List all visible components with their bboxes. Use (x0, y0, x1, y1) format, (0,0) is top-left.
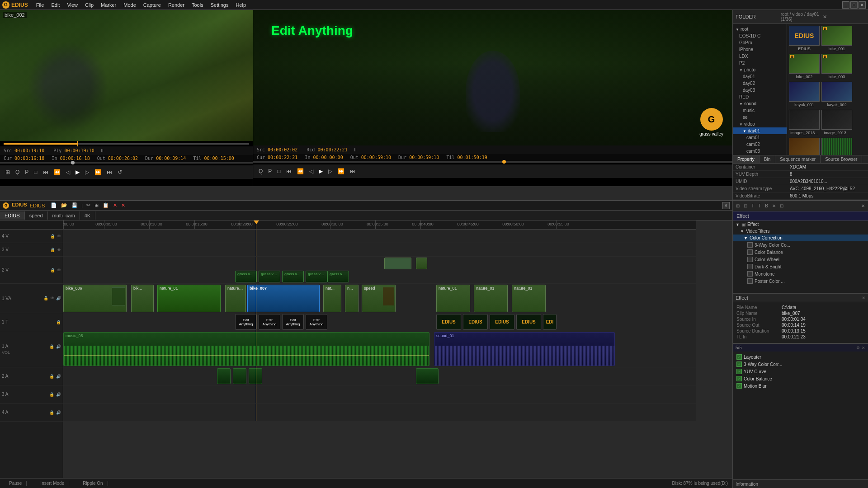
applied-colorbalance[interactable]: ✓ Color Balance (735, 375, 866, 382)
clip-speed[interactable]: speed (362, 285, 396, 312)
maximize-button[interactable]: □ (850, 1, 858, 9)
clip-2v-gv5[interactable]: grass valley (327, 271, 349, 282)
prg-ctrl-play[interactable]: ▶ (317, 167, 325, 175)
clip-nature-small[interactable]: nature_... (225, 285, 246, 312)
src-ctrl-box[interactable]: □ (32, 168, 39, 176)
menu-view[interactable]: View (63, 1, 81, 9)
track-4v-vis[interactable]: 👁 (57, 234, 61, 239)
tab-edius[interactable]: EDIUS (0, 211, 25, 220)
prg-ctrl-q[interactable]: Q (257, 167, 264, 175)
tab-sequence-marker[interactable]: Sequence marker (775, 155, 821, 163)
menu-capture[interactable]: Capture (140, 1, 165, 9)
src-ctrl-play[interactable]: ▶ (74, 168, 81, 176)
eff-folder-videofilters[interactable]: ▼ VideoFilters (733, 228, 868, 235)
tree-video[interactable]: ▼video (733, 121, 787, 127)
prg-ctrl-prev[interactable]: ⏪ (295, 167, 306, 175)
thumb-kayak002[interactable]: kayak_002 (821, 82, 852, 108)
eff-btn-2[interactable]: ⊟ (742, 203, 749, 209)
track-4v-lock[interactable]: 🔒 (50, 234, 56, 239)
menu-render[interactable]: Render (165, 1, 188, 9)
track-3v-lock[interactable]: 🔒 (50, 247, 56, 253)
tab-4k[interactable]: 4K (80, 211, 95, 220)
timeline-close-btn[interactable]: ✕ (722, 202, 730, 209)
clip-2v-gv3[interactable]: grass valley (282, 271, 304, 282)
tree-cam02[interactable]: cam02 (733, 141, 787, 148)
eff-item-color-wheel[interactable]: Color Wheel (733, 256, 868, 263)
clip-edius-text-3[interactable]: EDIUS (490, 314, 514, 330)
tree-root[interactable]: ▼root (733, 26, 787, 33)
track-2a-lock[interactable]: 🔒 (49, 374, 55, 379)
clip-2v-cam2[interactable] (416, 258, 427, 269)
src-ctrl-1[interactable]: ⊞ (4, 168, 12, 176)
track-1va-lock[interactable]: 🔒 (43, 296, 49, 301)
eff-item-poster-color[interactable]: Poster Color ... (733, 277, 868, 285)
tree-eos1dc[interactable]: EOS-1D C (733, 33, 787, 39)
thumb-bike001[interactable]: B bike_001 (821, 26, 852, 52)
eff-btn-6[interactable]: ✕ (771, 203, 777, 209)
tree-video-day02[interactable]: day02 (733, 155, 787, 155)
eff-btn-5[interactable]: B (764, 203, 769, 209)
clip-nature01-1[interactable]: nature_01 (157, 285, 221, 312)
tree-p2[interactable]: P2 (733, 60, 787, 66)
tl-new-btn[interactable]: 📄 (49, 202, 58, 209)
clip-nat[interactable]: nat... (323, 285, 341, 312)
track-2a-aud[interactable]: 🔊 (56, 374, 61, 379)
prg-ctrl-rev[interactable]: ◁ (307, 167, 315, 175)
clip-bike007[interactable]: bike_007 (247, 285, 320, 312)
menu-file[interactable]: File (33, 1, 48, 9)
tree-cam01[interactable]: cam01 (733, 134, 787, 141)
tl-del-btn[interactable]: ✕ (112, 202, 118, 209)
thumb-kayak001[interactable]: kayak_001 (789, 82, 820, 108)
applied-effects-close-btn[interactable]: ✕ (862, 346, 865, 350)
tree-se[interactable]: se (733, 114, 787, 121)
tl-copy-btn[interactable]: ⊞ (93, 202, 100, 209)
clip-sound01[interactable]: sound_01 (434, 332, 615, 366)
thumb-bike002[interactable]: B bike_002 (789, 54, 820, 80)
src-ctrl-p[interactable]: P (23, 168, 30, 176)
tree-cam03[interactable]: cam03 (733, 148, 787, 155)
thumb-bike003[interactable]: B bike_003 (821, 54, 852, 80)
track-3a-aud[interactable]: 🔊 (56, 392, 61, 397)
eff-item-dark-bright[interactable]: Dark & Bright (733, 263, 868, 270)
track-3a-lock[interactable]: 🔒 (49, 392, 55, 397)
tree-red[interactable]: RED (733, 94, 787, 100)
src-ctrl-next-next[interactable]: ⏭ (105, 168, 114, 176)
src-ctrl-prev[interactable]: ⏪ (52, 168, 62, 176)
thumb-speed[interactable]: speed (789, 138, 820, 155)
tree-photo-day01[interactable]: day01 (733, 73, 787, 80)
thumb-images2013a[interactable]: images_2013... (789, 110, 820, 136)
clip-2v-gv4[interactable]: grass valley (306, 271, 327, 282)
prg-ctrl-prev-prev[interactable]: ⏮ (284, 167, 293, 175)
information-tab[interactable]: Information (733, 479, 868, 488)
tree-photo[interactable]: ▼photo (733, 66, 787, 73)
menu-tools[interactable]: Tools (188, 1, 207, 9)
tree-ldx[interactable]: LDX (733, 53, 787, 60)
tree-sound[interactable]: ▼sound (733, 100, 787, 107)
tree-music[interactable]: music (733, 107, 787, 114)
track-2v-lock[interactable]: 🔒 (50, 267, 56, 273)
eff-btn-4[interactable]: T (757, 203, 762, 209)
clip-edius-text-4[interactable]: EDIUS (516, 314, 541, 330)
src-ctrl-prev-prev[interactable]: ⏮ (41, 168, 50, 176)
menu-marker[interactable]: Marker (97, 1, 120, 9)
track-1a-lock[interactable]: 🔒 (49, 344, 55, 349)
clip-2a-3[interactable] (249, 368, 262, 384)
tl-save-btn[interactable]: 💾 (70, 202, 79, 209)
track-4a-lock[interactable]: 🔒 (49, 410, 55, 415)
thumb-image2013b[interactable]: image_2013... (821, 110, 852, 136)
prg-ctrl-p[interactable]: P (266, 167, 274, 175)
tab-bin[interactable]: Bin (760, 155, 775, 163)
clip-text-4[interactable]: EditAnything (306, 314, 327, 330)
tl-paste-btn[interactable]: 📋 (101, 202, 110, 209)
menu-help[interactable]: Help (232, 1, 250, 9)
applied-effects-settings-btn[interactable]: ⚙ (856, 346, 860, 350)
eff-btn-1[interactable]: ⊞ (735, 203, 741, 209)
clip-music05[interactable]: music_05 (63, 332, 429, 366)
menu-mode[interactable]: Mode (120, 1, 140, 9)
prg-ctrl-next[interactable]: ⏩ (336, 167, 346, 175)
tl-del2-btn[interactable]: ✕ (120, 202, 127, 209)
tree-photo-day02[interactable]: day02 (733, 80, 787, 87)
track-1va-vis[interactable]: 👁 (50, 296, 55, 301)
folder-close-button[interactable]: ✕ (823, 14, 865, 20)
applied-layouter[interactable]: ✓ Layouter (735, 353, 866, 361)
